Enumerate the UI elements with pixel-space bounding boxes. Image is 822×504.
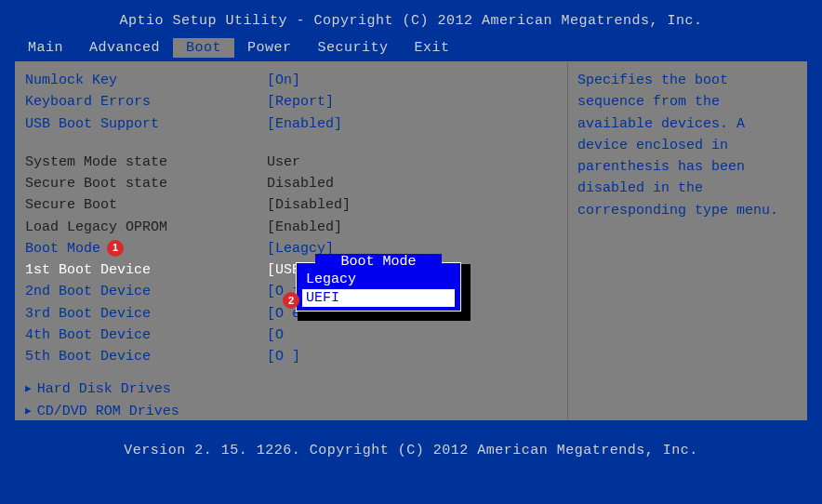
setting-label: 1st Boot Device: [25, 259, 267, 281]
setting-label: Load Legacy OPROM: [25, 217, 267, 238]
setting-value: [O: [267, 325, 558, 346]
setting-label: System Mode state: [25, 152, 267, 173]
tab-exit[interactable]: Exit: [402, 38, 463, 58]
setting-value: [Report]: [267, 91, 558, 113]
bios-header: Aptio Setup Utility - Copyright (C) 2012…: [0, 0, 822, 38]
popup-title: Boot Mode: [315, 254, 442, 270]
setting-value: [O ]: [267, 346, 558, 367]
setting-fifth-boot[interactable]: 5th Boot Device [O ]: [25, 346, 558, 367]
triangle-icon: ▶: [25, 404, 32, 419]
setting-first-boot[interactable]: 1st Boot Device [USB Storage Device]: [25, 259, 558, 281]
setting-secure-boot-state: Secure Boot state Disabled: [25, 173, 558, 194]
setting-label: Boot Mode: [25, 238, 267, 259]
setting-value: [On]: [267, 70, 558, 91]
annotation-badge-2: 2: [283, 292, 299, 309]
setting-label: USB Boot Support: [25, 113, 267, 135]
setting-value: User: [267, 152, 558, 173]
setting-keyboard-errors[interactable]: Keyboard Errors [Report]: [25, 91, 558, 113]
setting-value: [Enabled]: [267, 217, 558, 238]
setting-numlock[interactable]: Numlock Key [On]: [25, 70, 558, 91]
help-text: Specifies the boot sequence from the ava…: [577, 70, 797, 221]
tab-security[interactable]: Security: [305, 38, 402, 58]
submenu-cddvd[interactable]: ▶ CD/DVD ROM Drives: [25, 401, 558, 422]
setting-boot-mode[interactable]: Boot Mode [Leagcy] 1: [25, 238, 558, 259]
setting-label: 4th Boot Device: [25, 325, 267, 346]
tab-power[interactable]: Power: [234, 38, 305, 58]
setting-value: [Enabled]: [267, 113, 558, 135]
menu-tabs: Main Advanced Boot Power Security Exit: [0, 38, 822, 58]
setting-usb-boot[interactable]: USB Boot Support [Enabled]: [25, 113, 558, 135]
tab-main[interactable]: Main: [15, 38, 76, 58]
submenu-label: Hard Disk Drives: [37, 378, 171, 400]
boot-mode-popup: Boot Mode Legacy UEFI 2: [298, 264, 471, 321]
bios-footer: Version 2. 15. 1226. Copyright (C) 2012 …: [0, 420, 822, 481]
setting-label: Secure Boot state: [25, 173, 267, 194]
submenu-hdd[interactable]: ▶ Hard Disk Drives: [25, 378, 558, 400]
setting-label: Numlock Key: [25, 70, 267, 91]
content-area: Numlock Key [On] Keyboard Errors [Report…: [15, 61, 807, 420]
help-panel: Specifies the boot sequence from the ava…: [568, 62, 806, 419]
annotation-badge-1: 1: [107, 240, 124, 257]
setting-value: Disabled: [267, 173, 558, 194]
setting-system-mode: System Mode state User: [25, 152, 558, 173]
setting-load-legacy: Load Legacy OPROM [Enabled]: [25, 217, 558, 238]
setting-label: 5th Boot Device: [25, 346, 267, 367]
tab-advanced[interactable]: Advanced: [76, 38, 173, 58]
setting-label: Secure Boot: [25, 194, 267, 216]
popup-item-legacy[interactable]: Legacy: [302, 271, 455, 289]
tab-boot[interactable]: Boot: [173, 38, 234, 58]
settings-panel: Numlock Key [On] Keyboard Errors [Report…: [16, 62, 568, 419]
setting-secure-boot: Secure Boot [Disabled]: [25, 194, 558, 216]
submenu-label: CD/DVD ROM Drives: [37, 401, 179, 422]
setting-label: Keyboard Errors: [25, 91, 267, 113]
setting-fourth-boot[interactable]: 4th Boot Device [O: [25, 325, 558, 346]
setting-label: 2nd Boot Device: [25, 281, 267, 302]
setting-value: [Disabled]: [267, 194, 558, 216]
popup-item-uefi[interactable]: UEFI: [302, 289, 455, 308]
triangle-icon: ▶: [25, 381, 32, 397]
setting-label: 3rd Boot Device: [25, 303, 267, 325]
